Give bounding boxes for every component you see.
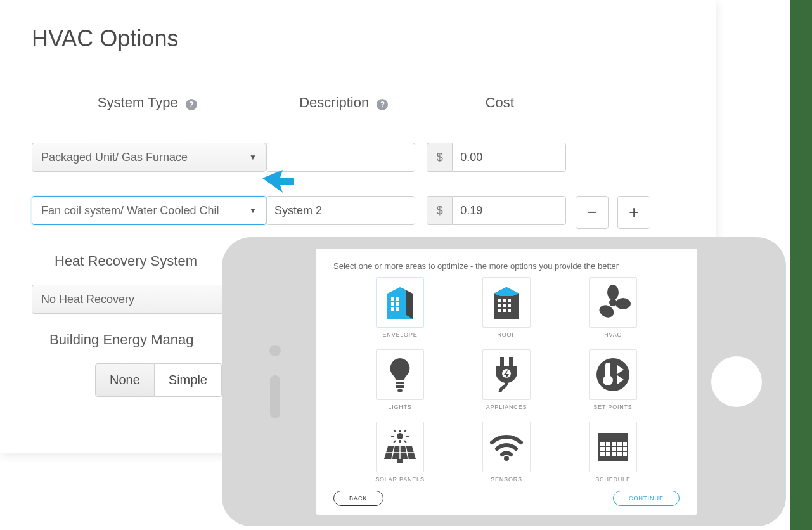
- building-envelope-icon: [382, 283, 418, 321]
- cost-input[interactable]: [452, 196, 566, 225]
- svg-rect-17: [498, 309, 501, 312]
- system-type-select[interactable]: Packaged Unit/ Gas Furnace ▼: [32, 143, 266, 172]
- svg-line-43: [404, 441, 406, 443]
- tile-caption: APPLIANCES: [466, 404, 547, 410]
- tile-solar[interactable]: SOLAR PANELS: [359, 422, 441, 482]
- optimize-instructions: Select one or more areas to optimize - t…: [333, 261, 680, 271]
- svg-rect-67: [623, 452, 627, 456]
- svg-rect-6: [396, 302, 399, 306]
- svg-rect-54: [606, 442, 610, 446]
- svg-rect-15: [503, 304, 506, 307]
- svg-rect-63: [600, 452, 605, 456]
- currency-prefix: $: [427, 143, 452, 172]
- svg-rect-53: [600, 442, 605, 446]
- page-accent-bar: [790, 0, 812, 530]
- svg-rect-13: [508, 299, 511, 302]
- label-description: Description ?: [263, 94, 425, 111]
- back-button[interactable]: BACK: [333, 491, 383, 506]
- svg-rect-5: [391, 302, 394, 306]
- svg-rect-4: [396, 297, 399, 301]
- tile-caption: ROOF: [466, 332, 547, 338]
- building-roof-icon: [489, 283, 524, 321]
- bem-option-simple[interactable]: Simple: [155, 363, 222, 397]
- page-title: HVAC Options: [32, 25, 685, 52]
- pointer-arrow-icon: [261, 167, 294, 197]
- lightbulb-icon: [386, 356, 414, 394]
- svg-rect-11: [498, 299, 501, 302]
- svg-rect-58: [600, 447, 605, 451]
- svg-rect-52: [598, 433, 628, 439]
- svg-rect-8: [396, 307, 399, 311]
- add-row-button[interactable]: +: [617, 196, 650, 229]
- system-type-select[interactable]: Fan coil system/ Water Cooled Chil ▼: [32, 196, 266, 225]
- tile-caption: SOLAR PANELS: [359, 476, 441, 482]
- heat-recovery-value: No Heat Recovery: [41, 293, 134, 306]
- tile-schedule[interactable]: SCHEDULE: [572, 422, 654, 482]
- bem-option-none[interactable]: None: [95, 363, 155, 397]
- tablet-device: Select one or more areas to optimize - t…: [222, 237, 786, 526]
- screen-footer: BACK CONTINUE: [333, 491, 680, 506]
- svg-rect-3: [391, 297, 394, 301]
- continue-button[interactable]: CONTINUE: [613, 491, 680, 506]
- help-icon[interactable]: ?: [186, 99, 197, 110]
- label-system-type: System Type ?: [32, 94, 263, 111]
- hvac-row: Packaged Unit/ Gas Furnace ▼ $: [32, 143, 685, 172]
- solar-panel-icon: [382, 429, 418, 465]
- svg-line-42: [394, 441, 396, 443]
- tile-caption: LIGHTS: [359, 404, 441, 410]
- thermostat-icon: [595, 356, 631, 393]
- tile-lights[interactable]: LIGHTS: [359, 349, 441, 410]
- svg-rect-57: [623, 442, 627, 446]
- svg-rect-28: [509, 357, 513, 366]
- svg-rect-7: [391, 307, 394, 311]
- svg-point-21: [607, 285, 619, 300]
- plug-icon: [491, 356, 522, 394]
- tile-setpoints[interactable]: SET POINTS: [572, 349, 654, 410]
- tile-envelope[interactable]: ENVELOPE: [359, 277, 441, 338]
- hvac-row: Fan coil system/ Water Cooled Chil ▼ $ −…: [32, 196, 685, 229]
- tile-roof[interactable]: ROOF: [466, 277, 547, 338]
- remove-row-button[interactable]: −: [576, 196, 609, 229]
- tile-sensors[interactable]: SENSORS: [466, 422, 547, 482]
- currency-prefix: $: [427, 196, 452, 225]
- help-icon[interactable]: ?: [377, 99, 388, 110]
- svg-rect-62: [623, 447, 627, 451]
- device-sensors: [252, 345, 298, 418]
- svg-rect-18: [503, 309, 506, 312]
- description-input[interactable]: [266, 196, 415, 225]
- svg-rect-14: [498, 304, 501, 307]
- svg-point-35: [397, 434, 403, 439]
- label-description-text: Description: [299, 94, 369, 110]
- svg-line-40: [394, 430, 396, 432]
- fan-icon: [595, 285, 631, 320]
- tile-appliances[interactable]: APPLIANCES: [466, 349, 547, 410]
- svg-rect-49: [397, 459, 403, 463]
- chevron-down-icon: ▼: [249, 153, 257, 162]
- tile-hvac[interactable]: HVAC: [572, 277, 654, 338]
- chevron-down-icon: ▼: [249, 206, 257, 215]
- wifi-icon: [488, 432, 525, 462]
- cost-input-group: $: [427, 196, 576, 225]
- svg-marker-10: [494, 287, 519, 296]
- system-type-value: Packaged Unit/ Gas Furnace: [41, 151, 188, 164]
- svg-rect-27: [500, 357, 504, 366]
- svg-line-41: [404, 430, 406, 432]
- field-labels-row: System Type ? Description ? Cost: [32, 94, 685, 129]
- svg-rect-60: [612, 447, 616, 451]
- cost-input[interactable]: [452, 143, 566, 172]
- svg-rect-64: [606, 452, 610, 456]
- optimize-screen: Select one or more areas to optimize - t…: [316, 249, 697, 515]
- calendar-icon: [595, 430, 631, 463]
- label-system-type-text: System Type: [98, 94, 178, 110]
- svg-rect-25: [396, 385, 404, 388]
- divider: [32, 65, 685, 65]
- optimize-grid: ENVELOPE ROOF: [333, 277, 680, 482]
- svg-point-32: [603, 375, 613, 385]
- tile-caption: ENVELOPE: [359, 332, 441, 338]
- svg-rect-12: [503, 299, 506, 302]
- svg-rect-19: [508, 309, 511, 312]
- tile-caption: SET POINTS: [572, 404, 654, 410]
- svg-rect-65: [612, 452, 616, 456]
- tile-caption: SCHEDULE: [572, 476, 654, 482]
- svg-rect-56: [617, 442, 622, 446]
